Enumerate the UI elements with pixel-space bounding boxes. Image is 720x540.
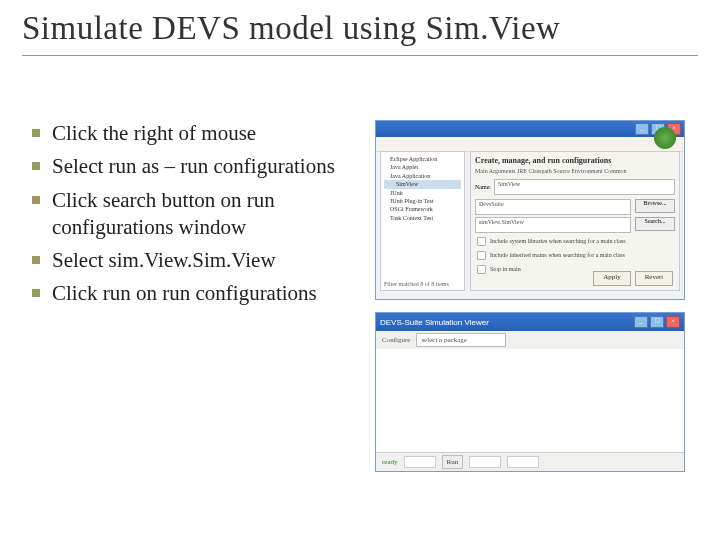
- toolbar-strip: [376, 137, 684, 152]
- window-titlebar: DEVS-Suite Simulation Viewer _ □ ×: [376, 313, 684, 331]
- tabs-row[interactable]: Main Arguments JRE Classpath Source Envi…: [475, 168, 675, 174]
- minimize-icon[interactable]: _: [634, 316, 648, 328]
- title-container: Simulate DEVS model using Sim.View: [22, 8, 698, 56]
- status-box: [469, 456, 501, 468]
- maximize-icon[interactable]: □: [650, 316, 664, 328]
- name-label: Name:: [475, 184, 491, 190]
- config-panel: Create, manage, and run configurations M…: [470, 151, 680, 291]
- status-box: [404, 456, 436, 468]
- search-button[interactable]: Search...: [635, 217, 675, 231]
- slide-title: Simulate DEVS model using Sim.View: [22, 8, 698, 49]
- bullet-item: Select sim.View.Sim.View: [20, 247, 360, 274]
- menu-configure[interactable]: Configure: [382, 336, 410, 344]
- button-row: Apply Revert: [593, 271, 673, 286]
- close-icon[interactable]: ×: [666, 316, 680, 328]
- window-titlebar: _ □ ×: [376, 121, 684, 137]
- tree-item[interactable]: JUnit: [384, 189, 461, 197]
- minimize-icon[interactable]: _: [635, 123, 649, 135]
- checkbox-row[interactable]: Include system libraries when searching …: [475, 235, 675, 248]
- tree-item[interactable]: JUnit Plug-in Test: [384, 197, 461, 205]
- window-title: DEVS-Suite Simulation Viewer: [380, 318, 489, 327]
- simview-canvas[interactable]: [376, 349, 684, 453]
- name-field[interactable]: SimView: [494, 179, 675, 195]
- tree-item[interactable]: Java Applet: [384, 163, 461, 171]
- checkbox[interactable]: [477, 265, 486, 274]
- config-header: Create, manage, and run configurations: [475, 156, 675, 165]
- package-dropdown[interactable]: select a package: [416, 333, 506, 347]
- bullet-item: Click search button on run configuration…: [20, 187, 360, 242]
- mainclass-field[interactable]: simView.SimView: [475, 217, 631, 233]
- slide: Simulate DEVS model using Sim.View Click…: [0, 0, 720, 540]
- filter-text: Filter matched 8 of 8 items: [384, 280, 449, 288]
- bullet-item: Click run on run configurations: [20, 280, 360, 307]
- screenshot-simview: DEVS-Suite Simulation Viewer _ □ × Confi…: [375, 312, 685, 472]
- tree-item[interactable]: Eclipse Application: [384, 155, 461, 163]
- toolbar: Configure select a package: [376, 331, 684, 350]
- bullet-list: Click the right of mouse Select run as –…: [20, 120, 360, 308]
- revert-button[interactable]: Revert: [635, 271, 673, 286]
- config-tree[interactable]: Eclipse Application Java Applet Java App…: [380, 151, 465, 291]
- tree-item[interactable]: Task Context Test: [384, 214, 461, 222]
- status-bar: ready Run: [376, 452, 684, 471]
- run-button[interactable]: Run: [442, 455, 464, 469]
- tree-item[interactable]: Java Application: [384, 172, 461, 180]
- project-field[interactable]: DevsSuite: [475, 199, 631, 215]
- checkbox[interactable]: [477, 237, 486, 246]
- bullet-item: Select run as – run configurations: [20, 153, 360, 180]
- tree-item-selected[interactable]: SimView: [384, 180, 461, 188]
- content-column: Click the right of mouse Select run as –…: [20, 120, 360, 314]
- screenshot-run-config: _ □ × Eclipse Application Java Applet Ja…: [375, 120, 685, 300]
- status-box: [507, 456, 539, 468]
- apply-button[interactable]: Apply: [593, 271, 631, 286]
- image-column: _ □ × Eclipse Application Java Applet Ja…: [375, 120, 695, 484]
- bullet-item: Click the right of mouse: [20, 120, 360, 147]
- tree-item[interactable]: OSGi Framework: [384, 205, 461, 213]
- run-icon: [654, 127, 676, 149]
- checkbox-row[interactable]: Include inherited mains when searching f…: [475, 249, 675, 262]
- browse-button[interactable]: Browse...: [635, 199, 675, 213]
- status-text: ready: [382, 458, 398, 466]
- checkbox[interactable]: [477, 251, 486, 260]
